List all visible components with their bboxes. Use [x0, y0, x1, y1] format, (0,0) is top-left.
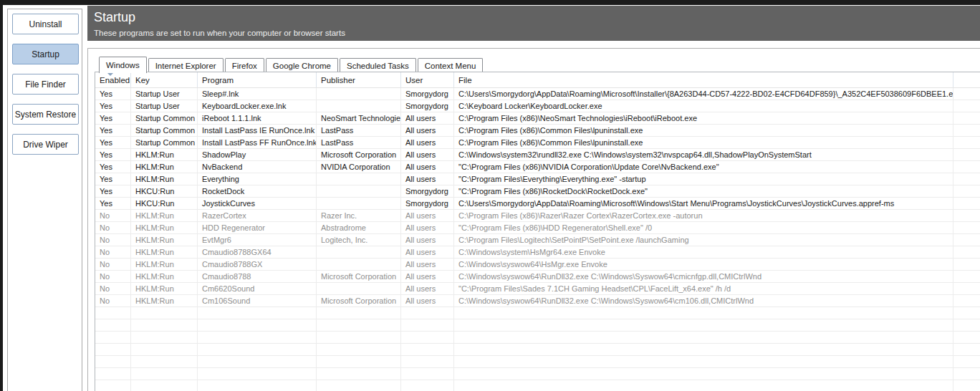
- cell-program: [198, 368, 317, 380]
- cell-extra: [953, 295, 980, 306]
- cell-publisher: [317, 283, 401, 294]
- cell-extra: [953, 222, 980, 233]
- tab-scheduled-tasks[interactable]: Scheduled Tasks: [340, 58, 416, 72]
- cell-enabled: Yes: [95, 149, 131, 160]
- cell-extra: [953, 185, 980, 197]
- cell-key: HKLM:Run: [131, 271, 198, 282]
- cell-user: All users: [401, 295, 454, 306]
- cell-publisher: [317, 185, 401, 197]
- cell-publisher: [317, 198, 401, 209]
- cell-program: JoystickCurves: [198, 198, 317, 209]
- cell-publisher: [317, 307, 401, 319]
- column-header-program[interactable]: Program: [198, 72, 317, 87]
- cell-user: All users: [401, 246, 454, 258]
- tools-sidebar: Uninstall Startup File Finder System Res…: [7, 9, 82, 391]
- table-row[interactable]: YesHKCU:RunRocketDockSmorgydorg"C:\Progr…: [95, 185, 980, 198]
- cell-user: [401, 344, 454, 355]
- cell-user: [401, 319, 454, 331]
- cell-user: All users: [401, 125, 454, 136]
- table-row[interactable]: YesStartup UserSleep#.lnkSmorgydorgC:\Us…: [95, 88, 980, 100]
- table-row[interactable]: YesStartup CommonInstall LastPass FF Run…: [95, 137, 980, 149]
- cell-publisher: [317, 356, 401, 367]
- cell-key: Startup Common: [131, 112, 198, 124]
- table-row-empty: [95, 380, 980, 391]
- cell-enabled: Yes: [95, 100, 131, 112]
- cell-publisher: [317, 100, 401, 112]
- table-row[interactable]: NoHKLM:RunCmaudio8788GX64All usersC:\Win…: [95, 246, 980, 259]
- tab-context-menu[interactable]: Context Menu: [418, 58, 484, 72]
- cell-program: Cmaudio8788GX64: [198, 246, 317, 258]
- cell-key: Startup Common: [131, 125, 198, 136]
- cell-file: [454, 307, 953, 319]
- column-header-file[interactable]: File: [454, 72, 953, 87]
- cell-user: [401, 368, 454, 380]
- page-subtitle: These programs are set to run when your …: [94, 29, 345, 37]
- table-row[interactable]: NoHKLM:RunEvtMgr6Logitech, Inc.All users…: [95, 234, 980, 246]
- tab-google-chrome[interactable]: Google Chrome: [266, 58, 338, 72]
- table-row[interactable]: YesHKLM:RunEverythingAll users"C:\Progra…: [95, 173, 980, 185]
- cell-publisher: Abstradrome: [317, 222, 401, 233]
- cell-publisher: [317, 246, 401, 258]
- table-row[interactable]: YesStartup CommoniReboot 1.1.1.lnkNeoSma…: [95, 112, 980, 125]
- sidebar-item-startup[interactable]: Startup: [12, 44, 79, 64]
- table-row[interactable]: NoHKLM:RunCm106SoundMicrosoft Corporatio…: [95, 295, 980, 307]
- cell-extra: [953, 368, 980, 380]
- table-row[interactable]: YesHKCU:RunJoystickCurvesSmorgydorgC:\Us…: [95, 198, 980, 210]
- sidebar-item-uninstall[interactable]: Uninstall: [12, 14, 79, 34]
- cell-file: C:\Program Files (x86)\Common Files\lpun…: [454, 137, 953, 148]
- table-row-empty: [95, 368, 980, 380]
- cell-user: Smorgydorg: [401, 185, 454, 197]
- cell-publisher: [317, 173, 401, 185]
- cell-enabled: [95, 307, 131, 319]
- cell-extra: [953, 259, 980, 270]
- table-row[interactable]: NoHKLM:RunHDD RegeneratorAbstradromeAll …: [95, 222, 980, 234]
- tab-firefox[interactable]: Firefox: [225, 58, 264, 72]
- cell-enabled: Yes: [95, 88, 131, 100]
- cell-extra: [953, 283, 980, 294]
- cell-program: HDD Regenerator: [198, 222, 317, 233]
- cell-user: [401, 307, 454, 319]
- cell-file: C:\Windows\syswow64\RunDll32.exe C:\Wind…: [454, 271, 953, 282]
- cell-key: HKLM:Run: [131, 283, 198, 294]
- cell-extra: [953, 271, 980, 282]
- cell-enabled: No: [95, 210, 131, 221]
- cell-program: [198, 307, 317, 319]
- page-title: Startup: [94, 10, 135, 25]
- cell-file: "C:\Program Files (x86)\HDD Regenerator\…: [454, 222, 953, 233]
- table-row[interactable]: NoHKLM:RunCm6620SoundAll users"C:\Progra…: [95, 283, 980, 295]
- sidebar-item-file-finder[interactable]: File Finder: [12, 74, 79, 95]
- cell-key: [131, 380, 198, 391]
- table-row[interactable]: YesHKLM:RunShadowPlayMicrosoft Corporati…: [95, 149, 980, 161]
- column-header-user[interactable]: User: [401, 72, 454, 87]
- cell-enabled: No: [95, 283, 131, 294]
- tab-windows[interactable]: Windows: [99, 57, 147, 73]
- cell-extra: [953, 125, 980, 136]
- table-row[interactable]: NoHKLM:RunCmaudio8788Microsoft Corporati…: [95, 271, 980, 283]
- column-header-key[interactable]: Key: [131, 72, 198, 87]
- cell-enabled: Yes: [95, 161, 131, 173]
- cell-enabled: Yes: [95, 137, 131, 148]
- table-row[interactable]: NoHKLM:RunCmaudio8788GXAll usersC:\Windo…: [95, 259, 980, 271]
- cell-key: HKLM:Run: [131, 222, 198, 233]
- cell-program: Sleep#.lnk: [198, 88, 317, 100]
- table-row[interactable]: YesStartup UserKeyboardLocker.exe.lnkSmo…: [95, 100, 980, 112]
- cell-file: C:\Windows\system\HsMgr64.exe Envoke: [454, 246, 953, 258]
- table-row[interactable]: YesStartup CommonInstall LastPass IE Run…: [95, 125, 980, 137]
- table-row[interactable]: YesHKLM:RunNvBackendNVIDIA CorporationAl…: [95, 161, 980, 173]
- cell-extra: [953, 356, 980, 367]
- table-row[interactable]: NoHKLM:RunRazerCortexRazer Inc.All users…: [95, 210, 980, 222]
- cell-user: All users: [401, 161, 454, 173]
- cell-publisher: Logitech, Inc.: [317, 234, 401, 246]
- sidebar-item-drive-wiper[interactable]: Drive Wiper: [12, 134, 79, 155]
- cell-user: Smorgydorg: [401, 88, 454, 100]
- column-header-publisher[interactable]: Publisher: [317, 72, 401, 87]
- cell-file: C:\Program Files (x86)\Common Files\lpun…: [454, 125, 953, 136]
- tab-internet-explorer[interactable]: Internet Explorer: [148, 58, 224, 72]
- cell-program: RocketDock: [198, 185, 317, 197]
- cell-extra: [953, 319, 980, 331]
- cell-publisher: [317, 88, 401, 100]
- cell-publisher: NVIDIA Corporation: [317, 161, 401, 173]
- cell-file: C:\Program Files (x86)\NeoSmart Technolo…: [454, 112, 953, 124]
- column-header-enabled[interactable]: Enabled: [95, 72, 131, 87]
- sidebar-item-system-restore[interactable]: System Restore: [12, 104, 79, 125]
